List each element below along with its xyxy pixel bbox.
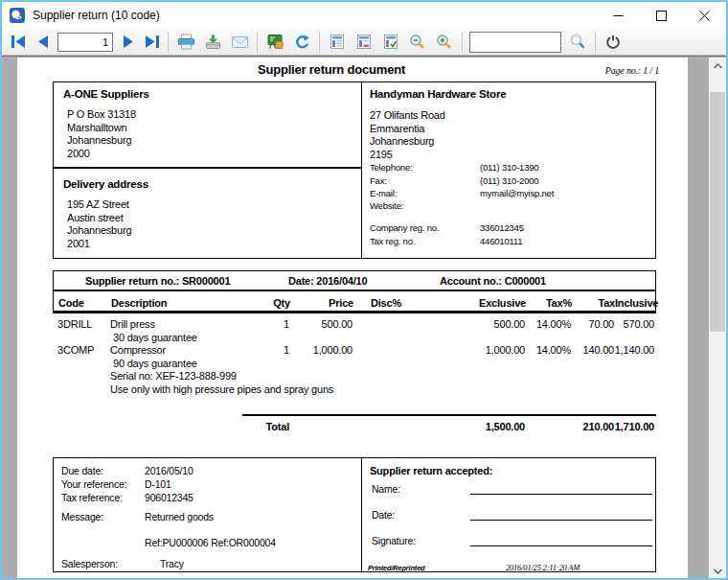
total-label: Total — [53, 421, 289, 432]
zoom-in-icon — [436, 34, 453, 50]
zoom-out-button[interactable] — [404, 31, 431, 54]
supplier-name: A-ONE Suppliers — [63, 88, 149, 100]
table-body: 3DRILL Drill press 1 500.00 500.00 14.00… — [53, 318, 656, 396]
address-box: A-ONE Suppliers P O Box 31318 Marshallto… — [53, 81, 656, 259]
name-field: Name: — [372, 483, 400, 495]
store-name: Handyman Hardware Store — [370, 88, 506, 100]
contact-row: Website: — [370, 200, 403, 211]
toolbar-separator — [595, 32, 596, 53]
layout-check-icon — [382, 34, 399, 50]
total-exclusive: 1,500.00 — [400, 421, 525, 432]
last-page-icon — [144, 35, 160, 49]
footer-row: Your reference:D-101 — [61, 478, 126, 490]
total-row: Total 1,500.00 210.00 1,710.00 — [53, 421, 656, 432]
page-number-label: Page no.: 1 / 1 — [605, 65, 659, 76]
close-button[interactable] — [683, 2, 726, 29]
reference-row: Ref:PU000006 Ref:OR000004 — [145, 537, 276, 548]
contact-row: E-mail:mymail@myisp.net — [370, 188, 397, 198]
email-button[interactable] — [226, 31, 253, 54]
footer-left-column: Due date:2016/05/10 Your reference:D-101… — [54, 458, 361, 571]
store-address: 27 Olifants Road Emmarentia Johannesburg… — [370, 109, 445, 161]
next-page-button[interactable] — [116, 31, 140, 54]
signature-line — [470, 545, 652, 546]
total-separator-line — [242, 414, 656, 416]
app-icon — [9, 7, 26, 24]
print-button[interactable] — [172, 31, 199, 54]
export-icon — [204, 34, 222, 50]
titlebar[interactable]: Supplier return (10 code) — [2, 2, 726, 29]
report-designer-button[interactable] — [262, 31, 288, 54]
document-title: Supplier return document — [17, 62, 646, 77]
contact-row: Telephone:(011) 310-1390 — [370, 162, 412, 173]
export-button[interactable] — [199, 31, 226, 54]
refresh-button[interactable] — [288, 31, 315, 54]
previous-page-icon — [36, 35, 50, 49]
total-inclusive: 1,710.00 — [614, 421, 654, 432]
footer-right-column: Supplier return accepted: Name: Date: Si… — [361, 458, 655, 571]
layout-footer-icon — [355, 34, 373, 50]
scroll-down-button[interactable] — [709, 563, 726, 579]
toolbar-separator — [168, 32, 169, 53]
return-info-bar: Supplier return no.: SR000001 Date: 2016… — [54, 271, 655, 291]
layout-check-button[interactable] — [377, 31, 404, 54]
zoom-out-icon — [409, 34, 426, 50]
power-icon — [605, 35, 621, 50]
maximize-button[interactable] — [640, 2, 683, 29]
next-page-icon — [122, 35, 135, 49]
item-note: 90 days guarantee — [53, 358, 656, 371]
chevron-up-icon — [714, 63, 722, 69]
toolbar — [2, 29, 726, 56]
app-window: Supplier return (10 code) — [0, 0, 728, 580]
return-info-box: Supplier return no.: SR000001 Date: 2016… — [53, 270, 656, 313]
table-header: Code Description Qty Price Disc% Exclusi… — [54, 291, 655, 311]
printed-timestamp: 2016/01/25 2:11:20 AM — [506, 563, 580, 572]
printed-label: Printed/Reprinted — [368, 564, 425, 572]
item-note: Use only with high pressure pipes and sp… — [53, 383, 656, 397]
vertical-scrollbar[interactable] — [709, 58, 726, 579]
delivery-heading: Delivery address — [63, 178, 148, 190]
close-icon — [699, 11, 710, 21]
refresh-icon — [294, 34, 310, 50]
salesperson-row: Salesperson:Tracy — [61, 558, 118, 569]
layout-header-button[interactable] — [324, 31, 351, 54]
delivery-address: 195 AZ Street Austin street Johannesburg… — [67, 198, 131, 250]
scroll-up-button[interactable] — [709, 58, 726, 74]
store-column: Handyman Hardware Store 27 Olifants Road… — [361, 82, 655, 258]
return-number: Supplier return no.: SR000001 — [85, 275, 230, 287]
table-row: 3DRILL Drill press 1 500.00 500.00 14.00… — [53, 318, 656, 332]
supplier-address: P O Box 31318 Marshalltown Johannesburg … — [67, 108, 136, 160]
table-row: 3COMP Compressor 1 1,000.00 1,000.00 14.… — [53, 344, 656, 358]
signature-line — [470, 494, 652, 495]
account-number: Account no.: C000001 — [440, 275, 546, 287]
registration-row: Company reg. no.336012345 — [370, 222, 439, 233]
maximize-icon — [656, 11, 667, 21]
toolbar-separator — [462, 32, 463, 53]
window-title: Supplier return (10 code) — [33, 9, 160, 22]
document-page: Supplier return document Page no.: 1 / 1… — [17, 58, 688, 579]
search-button[interactable] — [564, 31, 591, 54]
registration-row: Tax reg. no.446010111 — [370, 236, 415, 246]
scrollbar-thumb[interactable] — [710, 92, 725, 332]
signature-field: Signature: — [372, 535, 416, 546]
footer-row: Due date:2016/05/10 — [61, 465, 103, 476]
footer-box: Due date:2016/05/10 Your reference:D-101… — [53, 457, 656, 572]
date-field: Date: — [372, 509, 395, 521]
first-page-button[interactable] — [7, 31, 31, 54]
zoom-in-button[interactable] — [431, 31, 458, 54]
chevron-down-icon — [714, 568, 722, 574]
exit-button[interactable] — [600, 31, 626, 54]
return-date: Date: 2016/04/10 — [288, 275, 367, 287]
previous-page-button[interactable] — [31, 31, 55, 54]
search-input[interactable] — [469, 32, 561, 53]
divider — [54, 167, 361, 169]
layout-footer-button[interactable] — [351, 31, 377, 54]
minimize-button[interactable] — [597, 2, 640, 29]
search-icon — [569, 34, 586, 50]
minimize-icon — [613, 11, 624, 21]
report-designer-icon — [266, 34, 284, 50]
accepted-heading: Supplier return accepted: — [370, 465, 492, 476]
toolbar-separator — [319, 32, 320, 53]
last-page-button[interactable] — [140, 31, 164, 54]
page-number-input[interactable] — [57, 33, 113, 52]
signature-line — [470, 520, 652, 521]
